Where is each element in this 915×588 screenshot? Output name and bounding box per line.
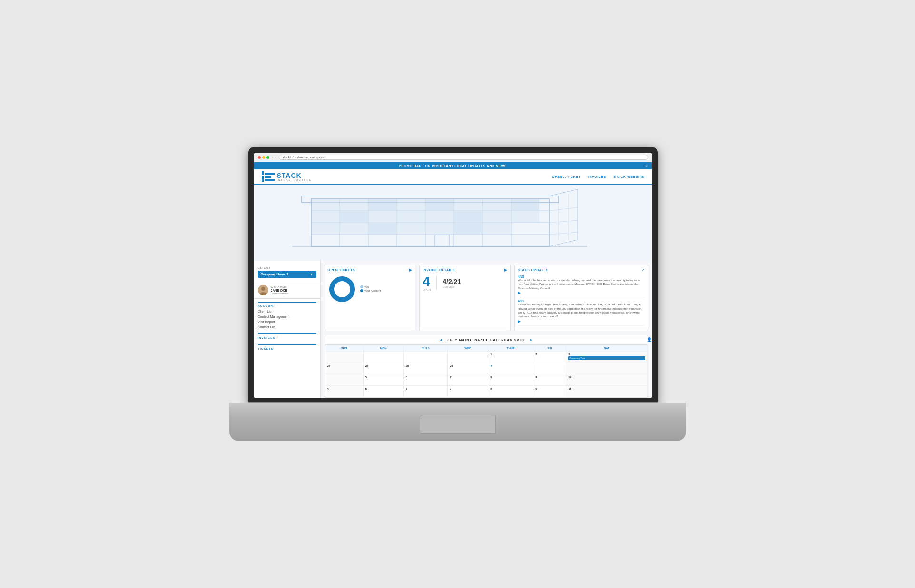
cal-cell: [363, 351, 403, 363]
invoice-widget-content: 4 Open 4/2/21 Due Date: [423, 275, 507, 291]
donut-legend: You Your Account: [360, 285, 381, 293]
open-tickets-arrow[interactable]: ▶: [409, 268, 412, 272]
promo-bar: PROMO BAR FOR IMPORTANT LOCAL UPDATES AN…: [254, 162, 652, 169]
calendar-person-icon[interactable]: 👤: [647, 337, 652, 342]
invoice-open-section: 4 Open: [423, 275, 431, 291]
building-illustration: [254, 185, 652, 261]
svg-rect-24: [483, 199, 511, 210]
nav-section-tickets: TICKETS: [254, 342, 320, 353]
cal-cell: 5: [363, 374, 403, 385]
donut-chart: [328, 275, 356, 304]
svg-rect-4: [265, 179, 275, 181]
account-section-title: ACCOUNT: [258, 302, 316, 307]
invoice-count: 4: [423, 275, 431, 288]
col-fri: FRI: [533, 345, 566, 351]
nav-visit-report[interactable]: Visit Report: [258, 319, 316, 324]
invoices-section-title: INVOICES: [258, 333, 316, 339]
cal-cell: 4: [325, 385, 363, 397]
svg-rect-34: [312, 223, 339, 234]
nav-links: OPEN A TICKET INVOICES STACK WEBSITE: [552, 175, 644, 178]
nav-contact-log[interactable]: Contact Log: [258, 324, 316, 330]
cal-event-generator-test: Generator Test: [568, 356, 645, 360]
main-nav: STACK INFRASTRUCTURE OPEN A TICKET INVOI…: [254, 169, 652, 185]
laptop-mockup: ‹ › stackinfrastructure.com/portal PROMO…: [229, 147, 686, 441]
svg-rect-1: [262, 176, 264, 182]
calendar-header-row: SUN MON TUES WED THUR FRI SAT: [325, 345, 647, 351]
invoice-details-widget: INVOICE DETAILS ▶ 4 Open: [419, 265, 511, 331]
dot-yellow[interactable]: [262, 156, 265, 159]
svg-rect-19: [340, 199, 368, 210]
col-sat: SAT: [566, 345, 647, 351]
legend-you-dot: [360, 285, 363, 288]
widgets-row: OPEN TICKETS ▶: [325, 265, 648, 331]
tickets-section-title: TICKETS: [258, 344, 316, 350]
cal-cell: [403, 351, 448, 363]
browser-chrome: ‹ › stackinfrastructure.com/portal: [254, 153, 652, 162]
client-label: CLIENT: [258, 266, 316, 269]
cal-cell: 27: [325, 363, 363, 374]
svg-rect-31: [454, 211, 482, 222]
cal-cell: 25: [403, 363, 448, 374]
calendar-row-1: 27 28 25 26 ●: [325, 363, 647, 374]
forward-arrow[interactable]: ›: [275, 155, 276, 159]
nav-invoices[interactable]: INVOICES: [588, 175, 606, 178]
invoice-details-arrow[interactable]: ▶: [504, 268, 507, 272]
cal-cell: [533, 363, 566, 374]
invoice-date-section: 4/2/21 Due Date: [443, 278, 461, 288]
screen-content: ‹ › stackinfrastructure.com/portal PROMO…: [254, 153, 652, 398]
update-more-0[interactable]: ▶: [518, 291, 521, 295]
dot-red[interactable]: [258, 156, 261, 159]
stack-updates-title: STACK UPDATES: [518, 268, 549, 272]
calendar-grid: SUN MON TUES WED THUR FRI SAT: [325, 345, 648, 397]
welcome-info: WELCOME JANE DOE / Administrator: [271, 286, 289, 295]
hero-section: [254, 185, 652, 261]
welcome-text: WELCOME: [271, 286, 289, 289]
nav-section-account: ACCOUNT Client List Contact Management V…: [254, 299, 320, 331]
update-more-1[interactable]: ▶: [518, 319, 521, 323]
legend-you-label: You: [364, 285, 369, 288]
cal-cell: 26: [448, 363, 488, 374]
calendar-row-2: 5 6 7 8 9 10: [325, 374, 647, 385]
logo-stack-text: STACK: [277, 172, 312, 179]
cal-cell: 2: [533, 351, 566, 363]
svg-rect-25: [512, 199, 539, 210]
nav-client-list[interactable]: Client List: [258, 309, 316, 314]
cal-cell: [566, 363, 647, 374]
invoice-due-date: 4/2/21: [443, 278, 461, 285]
cal-cell: 5: [363, 385, 403, 397]
logo-infra-text: INFRASTRUCTURE: [277, 179, 312, 181]
svg-rect-18: [312, 199, 339, 210]
client-dropdown[interactable]: Company Name 1 ▼: [258, 271, 316, 278]
col-tues: TUES: [403, 345, 448, 351]
svg-rect-32: [483, 211, 511, 222]
back-arrow[interactable]: ‹: [272, 155, 274, 159]
promo-close-button[interactable]: ×: [645, 164, 648, 168]
client-name: Company Name 1: [261, 273, 289, 276]
svg-rect-27: [340, 211, 368, 222]
calendar-title: JULY MAINTENANCE CALENDAR SVC1: [447, 338, 524, 342]
nav-open-ticket[interactable]: OPEN A TICKET: [552, 175, 580, 178]
donut-container: You Your Account: [328, 275, 413, 304]
nav-stack-website[interactable]: STACK WEBSITE: [614, 175, 644, 178]
cal-cell: 6: [403, 385, 448, 397]
website: ‹ › stackinfrastructure.com/portal PROMO…: [254, 153, 652, 398]
invoice-open-label: Open: [423, 288, 431, 291]
svg-rect-28: [369, 211, 396, 222]
browser-url-bar[interactable]: stackinfrastructure.com/portal: [279, 155, 648, 160]
calendar-prev-arrow[interactable]: ◄: [439, 338, 443, 342]
update-entry-1: 4/11 #WedWednesdaySpotlight New Albany, …: [518, 299, 645, 326]
update-date-1: 4/11: [518, 299, 645, 303]
cal-cell: 1: [488, 351, 533, 363]
nav-contact-management[interactable]: Contact Management: [258, 314, 316, 319]
legend-account: Your Account: [360, 289, 381, 292]
svg-rect-40: [483, 223, 511, 234]
cal-cell: 7: [448, 374, 488, 385]
avatar: [258, 285, 268, 295]
stack-updates-link-icon[interactable]: ↗: [641, 268, 645, 272]
dot-green[interactable]: [266, 156, 269, 159]
open-tickets-header: OPEN TICKETS ▶: [328, 268, 413, 272]
sidebar: CLIENT Company Name 1 ▼: [254, 261, 321, 398]
logo-icon: [262, 171, 275, 182]
svg-rect-20: [369, 199, 396, 210]
calendar-next-arrow[interactable]: ►: [530, 338, 533, 342]
